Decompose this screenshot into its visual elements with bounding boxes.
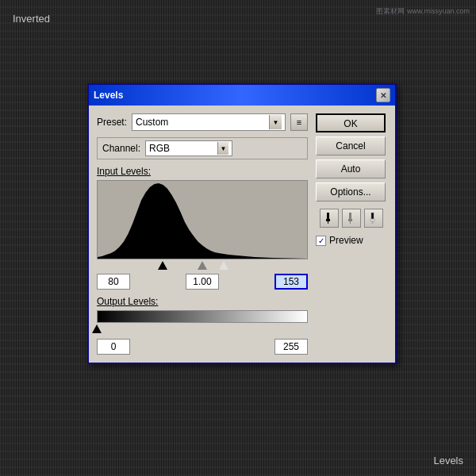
preview-row: ✓ Preview bbox=[316, 235, 387, 246]
input-black-value[interactable] bbox=[97, 274, 130, 290]
svg-rect-2 bbox=[326, 219, 330, 221]
output-gradient-track bbox=[97, 310, 308, 323]
preset-value: Custom bbox=[136, 117, 168, 128]
svg-rect-6 bbox=[350, 221, 351, 224]
gray-eyedropper-icon bbox=[346, 213, 357, 224]
input-values-row bbox=[97, 274, 308, 290]
histogram-chart bbox=[98, 181, 307, 259]
levels-dialog: Levels ✕ Preset: Custom ▼ ≡ Channel: RGB… bbox=[87, 83, 397, 364]
dialog-left-panel: Preset: Custom ▼ ≡ Channel: RGB ▼ Input … bbox=[97, 113, 308, 355]
output-black-value[interactable] bbox=[97, 339, 130, 355]
dialog-body: Preset: Custom ▼ ≡ Channel: RGB ▼ Input … bbox=[89, 106, 395, 363]
auto-button[interactable]: Auto bbox=[316, 159, 386, 178]
inverted-label: Inverted bbox=[13, 13, 50, 25]
dialog-titlebar: Levels ✕ bbox=[89, 85, 395, 106]
channel-dropdown-arrow: ▼ bbox=[217, 142, 228, 155]
black-point-handle[interactable] bbox=[158, 261, 167, 270]
preset-label: Preset: bbox=[97, 117, 127, 128]
preview-checkbox[interactable]: ✓ bbox=[316, 236, 326, 246]
svg-rect-1 bbox=[327, 213, 329, 219]
svg-rect-5 bbox=[348, 219, 352, 221]
channel-row: Channel: RGB ▼ bbox=[97, 137, 308, 159]
preset-dropdown-arrow: ▼ bbox=[269, 115, 282, 129]
channel-label: Channel: bbox=[102, 143, 140, 154]
preset-row: Preset: Custom ▼ ≡ bbox=[97, 113, 308, 131]
svg-rect-8 bbox=[370, 219, 374, 221]
close-button[interactable]: ✕ bbox=[376, 88, 390, 102]
channel-value: RGB bbox=[149, 143, 170, 154]
output-slider-handles bbox=[97, 324, 308, 336]
svg-rect-9 bbox=[372, 221, 373, 224]
svg-rect-4 bbox=[349, 213, 351, 219]
output-black-handle[interactable] bbox=[92, 324, 102, 333]
output-levels-section: Output Levels: bbox=[97, 296, 308, 355]
watermark: 图素材网 www.missyuan.com bbox=[376, 6, 470, 17]
svg-rect-3 bbox=[328, 221, 328, 224]
midpoint-handle[interactable] bbox=[198, 261, 207, 270]
watermark-line1: 图素材网 www.missyuan.com bbox=[376, 6, 470, 17]
black-eyedropper-icon bbox=[324, 213, 335, 224]
input-levels-label: Input Levels: bbox=[97, 166, 308, 177]
input-levels-section: Input Levels: bbox=[97, 166, 308, 290]
input-slider-handles bbox=[97, 261, 308, 272]
levels-label: Levels bbox=[433, 455, 463, 466]
ok-button[interactable]: OK bbox=[316, 113, 386, 132]
options-button[interactable]: Options... bbox=[316, 182, 386, 202]
white-eyedropper-button[interactable] bbox=[364, 209, 383, 228]
gray-eyedropper-button[interactable] bbox=[342, 209, 361, 228]
preset-icon-button[interactable]: ≡ bbox=[290, 113, 308, 131]
output-white-value[interactable] bbox=[274, 339, 308, 355]
preview-label: Preview bbox=[329, 235, 363, 246]
dialog-right-panel: OK Cancel Auto Options... bbox=[316, 113, 387, 355]
white-point-handle[interactable] bbox=[219, 261, 228, 270]
output-values-row bbox=[97, 339, 308, 355]
white-eyedropper-icon bbox=[368, 213, 379, 224]
eyedroppers-row bbox=[316, 209, 387, 228]
input-mid-value[interactable] bbox=[186, 274, 219, 290]
black-eyedropper-button[interactable] bbox=[320, 209, 339, 228]
output-levels-label: Output Levels: bbox=[97, 296, 308, 307]
output-white-handle[interactable] bbox=[303, 324, 313, 333]
preset-select[interactable]: Custom ▼ bbox=[132, 113, 286, 131]
histogram-area bbox=[97, 180, 308, 259]
dialog-title: Levels bbox=[94, 90, 123, 101]
input-white-value[interactable] bbox=[274, 274, 308, 290]
svg-rect-7 bbox=[371, 213, 374, 219]
cancel-button[interactable]: Cancel bbox=[316, 136, 386, 155]
channel-select[interactable]: RGB ▼ bbox=[145, 140, 232, 156]
